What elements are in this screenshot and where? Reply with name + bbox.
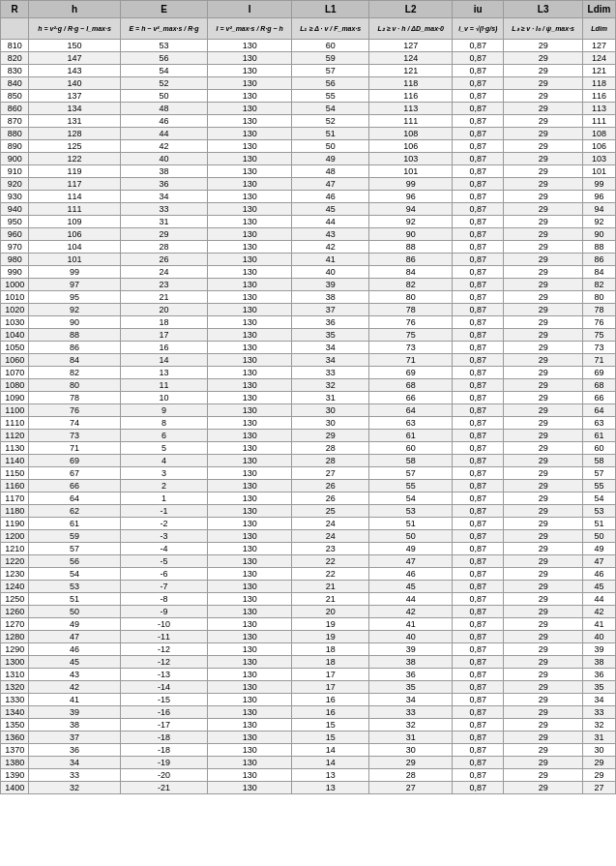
- table-cell: 50: [583, 530, 616, 543]
- col-subheader-iu: i_v = √(l·g/s): [453, 18, 504, 40]
- table-cell: -7: [120, 581, 207, 593]
- table-cell: 29: [504, 178, 583, 191]
- table-cell: 0,87: [453, 203, 504, 216]
- table-cell: 29: [504, 581, 583, 593]
- table-row: 114069413028580,872958: [1, 455, 616, 467]
- table-cell: 29: [504, 77, 583, 90]
- table-cell: 45: [29, 656, 120, 669]
- table-cell: 0,87: [453, 530, 504, 543]
- table-cell: 1380: [1, 757, 29, 769]
- table-cell: 46: [292, 191, 369, 203]
- table-cell: 4: [120, 455, 207, 467]
- table-cell: 11: [120, 379, 207, 392]
- table-cell: 38: [29, 719, 120, 732]
- table-cell: 25: [292, 505, 369, 518]
- table-cell: 0,87: [453, 442, 504, 455]
- table-row: 118062-113025530,872953: [1, 505, 616, 518]
- table-cell: 130: [208, 203, 292, 216]
- table-cell: 29: [504, 52, 583, 65]
- table-cell: 30: [583, 744, 616, 757]
- table-row: 112073613029610,872961: [1, 430, 616, 442]
- table-cell: 116: [583, 90, 616, 103]
- table-cell: 29: [504, 279, 583, 291]
- table-cell: 860: [1, 103, 29, 115]
- table-cell: 55: [369, 480, 453, 493]
- table-cell: 76: [29, 404, 120, 417]
- table-cell: 66: [29, 480, 120, 493]
- table-row: 84014052130561180,8729118: [1, 77, 616, 90]
- table-cell: 88: [369, 241, 453, 254]
- table-cell: 41: [583, 618, 616, 631]
- table-cell: 8: [120, 417, 207, 430]
- table-cell: 60: [292, 40, 369, 52]
- table-cell: 130: [208, 669, 292, 681]
- col-header-E: E: [120, 1, 207, 18]
- table-cell: 940: [1, 203, 29, 216]
- table-row: 990992413040840,872984: [1, 266, 616, 279]
- table-cell: 43: [29, 669, 120, 681]
- table-cell: 30: [369, 744, 453, 757]
- table-cell: 49: [369, 543, 453, 555]
- table-row: 116066213026550,872955: [1, 480, 616, 493]
- table-cell: -1: [120, 505, 207, 518]
- table-cell: 130: [208, 65, 292, 77]
- table-cell: 29: [504, 254, 583, 266]
- table-cell: 56: [292, 77, 369, 90]
- table-cell: 124: [583, 52, 616, 65]
- table-cell: 130: [208, 178, 292, 191]
- table-cell: -13: [120, 669, 207, 681]
- table-cell: 47: [369, 555, 453, 568]
- table-row: 115067313027570,872957: [1, 467, 616, 480]
- table-cell: 0,87: [453, 178, 504, 191]
- table-cell: 125: [29, 140, 120, 153]
- table-cell: 130: [208, 228, 292, 241]
- table-cell: 29: [504, 103, 583, 115]
- table-cell: 17: [292, 681, 369, 694]
- table-cell: 0,87: [453, 757, 504, 769]
- table-cell: 127: [369, 40, 453, 52]
- table-cell: 29: [504, 241, 583, 254]
- table-cell: -6: [120, 568, 207, 581]
- table-cell: 29: [504, 706, 583, 719]
- table-cell: 130: [208, 581, 292, 593]
- table-cell: 130: [208, 140, 292, 153]
- table-row: 127049-1013019410,872941: [1, 618, 616, 631]
- table-cell: 29: [504, 115, 583, 128]
- table-cell: 88: [29, 329, 120, 342]
- table-cell: 48: [292, 165, 369, 178]
- table-cell: 109: [29, 216, 120, 228]
- col-header-L3: L3: [504, 1, 583, 18]
- table-cell: 0,87: [453, 555, 504, 568]
- table-cell: 130: [208, 40, 292, 52]
- table-cell: 33: [292, 367, 369, 379]
- table-cell: -11: [120, 631, 207, 643]
- table-cell: 0,87: [453, 455, 504, 467]
- table-cell: 46: [120, 115, 207, 128]
- table-cell: 0,87: [453, 782, 504, 794]
- table-cell: 1210: [1, 543, 29, 555]
- table-cell: 50: [369, 530, 453, 543]
- table-cell: 84: [369, 266, 453, 279]
- table-cell: 0,87: [453, 467, 504, 480]
- table-cell: 0,87: [453, 241, 504, 254]
- table-cell: 14: [292, 744, 369, 757]
- table-cell: 130: [208, 254, 292, 266]
- table-cell: 0,87: [453, 77, 504, 90]
- table-cell: 75: [583, 329, 616, 342]
- table-row: 1030901813036760,872976: [1, 316, 616, 329]
- table-cell: 71: [583, 354, 616, 367]
- table-cell: 29: [504, 65, 583, 77]
- table-cell: 51: [29, 593, 120, 606]
- table-cell: 41: [292, 254, 369, 266]
- table-cell: 52: [292, 115, 369, 128]
- table-cell: 29: [504, 606, 583, 618]
- table-cell: 101: [369, 165, 453, 178]
- table-cell: 27: [369, 782, 453, 794]
- table-cell: -4: [120, 543, 207, 555]
- table-cell: 106: [29, 228, 120, 241]
- table-cell: 18: [292, 643, 369, 656]
- col-header-h: h: [29, 1, 120, 18]
- table-row: 91011938130481010,8729101: [1, 165, 616, 178]
- col-header-L2: L2: [369, 1, 453, 18]
- table-cell: 130: [208, 543, 292, 555]
